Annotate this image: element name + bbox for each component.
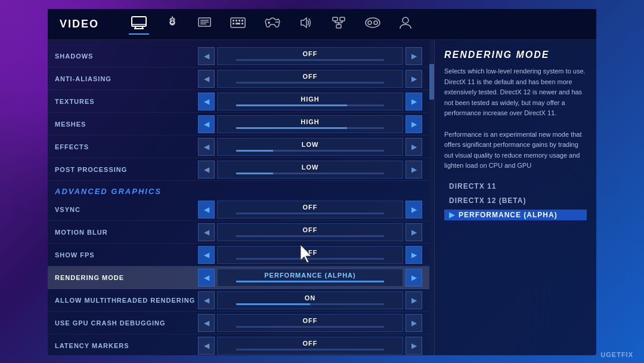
- setting-label: MOTION BLUR: [55, 229, 198, 236]
- setting-label: EFFECTS: [55, 143, 198, 150]
- ctrl-left-btn[interactable]: ◀: [198, 269, 215, 287]
- ctrl-right-btn[interactable]: ▶: [405, 138, 422, 156]
- watermark: UGETFIX: [600, 351, 633, 358]
- setting-row-textures: TEXTURES◀HIGH▶: [48, 90, 429, 113]
- gear-nav-icon[interactable]: [163, 14, 181, 35]
- ctrl-value-text: OFF: [303, 318, 318, 324]
- info-option-directx-11[interactable]: DIRECTX 11: [444, 181, 587, 192]
- setting-label: ALLOW MULTITHREADED RENDERING: [55, 297, 198, 304]
- ctrl-right-btn[interactable]: ▶: [405, 161, 422, 179]
- ctrl-left-btn[interactable]: ◀: [198, 246, 215, 264]
- setting-label: SHOW FPS: [55, 251, 198, 259]
- ctrl-left-btn[interactable]: ◀: [198, 223, 215, 241]
- ctrl-right-btn[interactable]: ▶: [405, 70, 422, 88]
- ctrl-left-btn[interactable]: ◀: [198, 138, 215, 156]
- ctrl-right-btn[interactable]: ▶: [405, 223, 422, 241]
- scrollbar-track[interactable]: [429, 40, 434, 355]
- info-option-directx-12-(beta)[interactable]: DIRECTX 12 (BETA): [444, 195, 587, 206]
- ctrl-left-btn[interactable]: ◀: [198, 314, 215, 332]
- ctrl-value-text: OFF: [303, 250, 318, 256]
- svg-point-33: [402, 17, 408, 23]
- audio-nav-icon[interactable]: [297, 14, 315, 35]
- monitor-nav-icon[interactable]: [129, 14, 149, 35]
- ctrl-slider-fill: [236, 173, 273, 174]
- info-panel: RENDERING MODE Selects which low-level r…: [434, 40, 596, 355]
- setting-control: ◀OFF▶: [198, 314, 422, 332]
- ctrl-left-btn[interactable]: ◀: [198, 47, 215, 65]
- ctrl-slider-fill: [236, 104, 347, 106]
- ctrl-value-text: OFF: [303, 227, 318, 233]
- display2-nav-icon[interactable]: [196, 15, 213, 33]
- ctrl-right-btn[interactable]: ▶: [405, 201, 422, 219]
- ctrl-value-box: LOW: [217, 138, 403, 156]
- setting-row-allow-multithreaded-rendering: ALLOW MULTITHREADED RENDERING◀ON▶: [48, 289, 429, 312]
- ctrl-slider-bar: [236, 303, 384, 305]
- ctrl-right-btn[interactable]: ▶: [405, 93, 422, 110]
- network-nav-icon[interactable]: [329, 14, 348, 35]
- setting-control: ◀HIGH▶: [198, 115, 422, 133]
- ctrl-value-text: OFF: [303, 73, 318, 80]
- ctrl-slider-bar: [236, 235, 384, 237]
- ctrl-value-text: OFF: [303, 51, 318, 57]
- setting-label: USE GPU CRASH DEBUGGING: [55, 319, 198, 327]
- option-arrow: ▶: [449, 211, 455, 219]
- ctrl-slider-fill: [236, 303, 310, 305]
- svg-rect-16: [236, 23, 240, 24]
- window-title: VIDEO: [60, 18, 99, 30]
- gamepad2-nav-icon[interactable]: [363, 14, 383, 34]
- main-window: VIDEO: [48, 9, 596, 355]
- controller-nav-icon[interactable]: [262, 14, 283, 34]
- setting-row-post-processing: POST PROCESSING◀LOW▶: [48, 158, 429, 181]
- ctrl-left-btn[interactable]: ◀: [198, 201, 215, 219]
- ctrl-right-btn[interactable]: ▶: [405, 269, 422, 287]
- svg-rect-13: [239, 20, 240, 21]
- ctrl-left-btn[interactable]: ◀: [198, 115, 215, 133]
- scrollbar-thumb[interactable]: [429, 64, 434, 100]
- ctrl-right-btn[interactable]: ▶: [405, 47, 422, 65]
- ctrl-slider-bar: [236, 173, 384, 174]
- content-area: SHADOWS◀OFF▶ANTI-ALIASING◀OFF▶TEXTURES◀H…: [48, 40, 596, 355]
- ctrl-slider-bar: [236, 281, 384, 282]
- ctrl-left-btn[interactable]: ◀: [198, 93, 215, 110]
- setting-control: ◀OFF▶: [198, 223, 422, 241]
- ctrl-left-btn[interactable]: ◀: [198, 337, 215, 355]
- ctrl-slider-bar: [236, 104, 384, 106]
- setting-control: ◀HIGH▶: [198, 93, 422, 110]
- ctrl-right-btn[interactable]: ▶: [405, 337, 422, 355]
- ctrl-right-btn[interactable]: ▶: [405, 246, 422, 264]
- ctrl-right-btn[interactable]: ▶: [405, 291, 422, 309]
- ctrl-right-btn[interactable]: ▶: [405, 314, 422, 332]
- setting-row-rendering-mode: RENDERING MODE◀PERFORMANCE (ALPHA)▶: [48, 266, 429, 289]
- svg-rect-24: [340, 17, 345, 21]
- keyboard-nav-icon[interactable]: [228, 15, 248, 33]
- svg-point-32: [374, 21, 377, 24]
- ctrl-left-btn[interactable]: ◀: [198, 291, 215, 309]
- svg-rect-11: [233, 20, 234, 21]
- setting-control: ◀OFF▶: [198, 337, 422, 355]
- ctrl-left-btn[interactable]: ◀: [198, 70, 215, 88]
- ctrl-slider-fill: [236, 150, 273, 152]
- setting-label: VSYNC: [55, 206, 198, 213]
- ctrl-value-text: LOW: [302, 141, 319, 148]
- nav-icons: [129, 14, 414, 35]
- ctrl-slider-bar: [236, 150, 384, 152]
- ctrl-value-box: PERFORMANCE (ALPHA): [217, 269, 403, 287]
- ctrl-left-btn[interactable]: ◀: [198, 161, 215, 179]
- basic-settings-section: SHADOWS◀OFF▶ANTI-ALIASING◀OFF▶TEXTURES◀H…: [48, 45, 429, 181]
- info-panel-options: DIRECTX 11DIRECTX 12 (BETA)▶PERFORMANCE …: [444, 181, 587, 220]
- ctrl-right-btn[interactable]: ▶: [405, 115, 422, 133]
- account-nav-icon[interactable]: [397, 14, 414, 35]
- setting-row-use-gpu-crash-debugging: USE GPU CRASH DEBUGGING◀OFF▶: [48, 312, 429, 334]
- ctrl-value-text: HIGH: [301, 119, 320, 125]
- setting-control: ◀PERFORMANCE (ALPHA)▶: [198, 269, 422, 287]
- info-panel-description: Selects which low-level rendering system…: [444, 66, 587, 171]
- svg-rect-12: [236, 20, 237, 21]
- info-option-performance-(alpha)[interactable]: ▶PERFORMANCE (ALPHA): [444, 210, 587, 220]
- svg-point-21: [277, 21, 278, 23]
- settings-panel: SHADOWS◀OFF▶ANTI-ALIASING◀OFF▶TEXTURES◀H…: [48, 40, 429, 355]
- setting-row-vsync: VSYNC◀OFF▶: [48, 198, 429, 221]
- ctrl-value-box: OFF: [217, 223, 403, 241]
- svg-point-31: [368, 21, 371, 24]
- setting-label: SHADOWS: [55, 53, 198, 60]
- setting-label: TEXTURES: [55, 98, 198, 105]
